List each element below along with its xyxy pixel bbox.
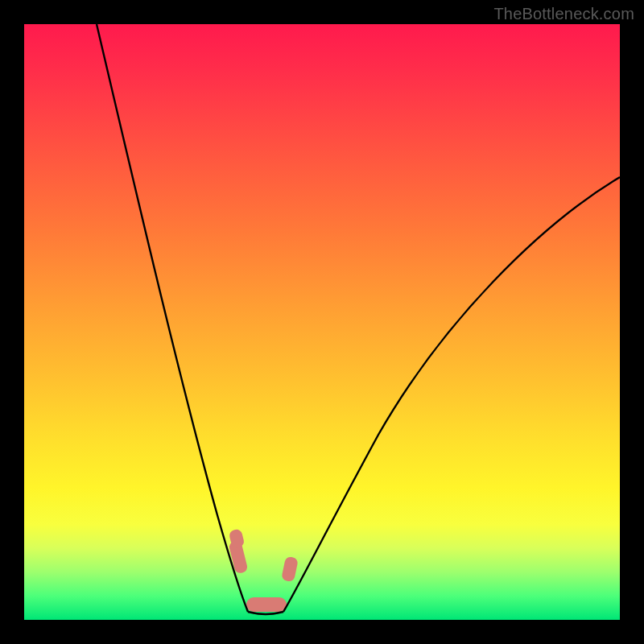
curve-valley-floor: [248, 612, 283, 614]
bottleneck-curve: [24, 24, 620, 620]
chart-plot-area: [24, 24, 620, 620]
curve-right-branch: [283, 177, 620, 612]
watermark-text: TheBottleneck.com: [493, 5, 634, 23]
curve-left-branch: [97, 24, 248, 612]
